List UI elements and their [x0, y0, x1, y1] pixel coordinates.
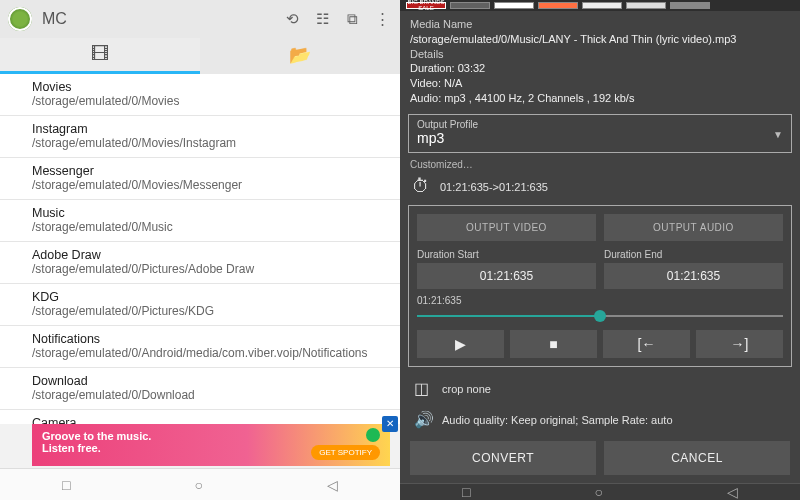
action-row: CONVERT CANCEL — [400, 435, 800, 483]
play-button[interactable]: ▶ — [417, 330, 504, 358]
ad-banner[interactable]: ✕ Groove to the music. Listen free. GET … — [32, 424, 390, 466]
convert-button[interactable]: CONVERT — [410, 441, 596, 475]
spotify-icon — [366, 428, 380, 442]
trim-icon[interactable]: ⏱ — [412, 176, 430, 197]
folder-row[interactable]: Movies/storage/emulated/0/Movies — [0, 74, 400, 116]
audio-quality-value: Audio quality: Keep original; Sample Rat… — [442, 414, 673, 426]
output-video-button[interactable]: OUTPUT VIDEO — [417, 214, 596, 241]
media-audio: Audio: mp3 , 44100 Hz, 2 Channels , 192 … — [410, 91, 790, 106]
duration-end-value[interactable]: 01:21:635 — [604, 263, 783, 289]
stop-button[interactable]: ■ — [510, 330, 597, 358]
folder-row[interactable]: KDG/storage/emulated/0/Pictures/KDG — [0, 284, 400, 326]
chevron-down-icon: ▼ — [773, 128, 783, 139]
folder-name: KDG — [32, 290, 386, 304]
folder-path: /storage/emulated/0/Pictures/KDG — [32, 304, 386, 319]
thumb[interactable] — [626, 2, 666, 9]
overflow-icon[interactable]: ⋮ — [372, 10, 392, 28]
duration-start-value[interactable]: 01:21:635 — [417, 263, 596, 289]
trim-controls: OUTPUT VIDEO OUTPUT AUDIO Duration Start… — [408, 205, 792, 367]
android-navbar-right: □ ○ ◁ — [400, 483, 800, 500]
folder-path: /storage/emulated/0/Music — [32, 220, 386, 235]
nav-home-icon[interactable]: ○ — [194, 477, 202, 493]
android-navbar-left: □ ○ ◁ — [0, 468, 400, 500]
folder-row[interactable]: Messenger/storage/emulated/0/Movies/Mess… — [0, 158, 400, 200]
list-icon[interactable]: ☷ — [312, 10, 332, 28]
sort-icon[interactable]: ⧉ — [342, 10, 362, 28]
ad-cta-button[interactable]: GET SPOTIFY — [311, 445, 380, 460]
trim-summary: ⏱ 01:21:635->01:21:635 — [400, 172, 800, 203]
nav-back-icon[interactable]: ◁ — [327, 477, 338, 493]
converter-pane: BIG BRANDS SALE Media Name /storage/emul… — [400, 0, 800, 500]
nav-back-icon[interactable]: ◁ — [727, 484, 738, 500]
ad-close-icon[interactable]: ✕ — [382, 416, 398, 432]
folder-name: Music — [32, 206, 386, 220]
time-label: 01:21:635 — [417, 295, 783, 306]
crop-icon: ◫ — [414, 379, 432, 398]
folder-path: /storage/emulated/0/Movies — [32, 94, 386, 109]
folder-name: Movies — [32, 80, 386, 94]
thumb[interactable] — [538, 2, 578, 9]
speaker-icon: 🔊 — [414, 410, 432, 429]
duration-end-label: Duration End — [604, 249, 783, 260]
ad-line1: Groove to the music. — [42, 430, 380, 442]
slider-knob[interactable] — [594, 310, 606, 322]
mark-in-button[interactable]: [← — [603, 330, 690, 358]
folder-path: /storage/emulated/0/Download — [32, 388, 386, 403]
crop-row[interactable]: ◫ crop none — [400, 373, 800, 404]
output-audio-button[interactable]: OUTPUT AUDIO — [604, 214, 783, 241]
folder-name: Notifications — [32, 332, 386, 346]
media-name-label: Media Name — [410, 17, 790, 32]
duration-start-label: Duration Start — [417, 249, 596, 260]
customized-label[interactable]: Customized… — [400, 157, 800, 172]
details-label: Details — [410, 47, 790, 62]
folder-name: Instagram — [32, 122, 386, 136]
thumb[interactable] — [582, 2, 622, 9]
media-meta: Media Name /storage/emulated/0/Music/LAN… — [400, 11, 800, 110]
app-title: MC — [42, 10, 272, 28]
folder-name: Adobe Draw — [32, 248, 386, 262]
output-profile-value: mp3 — [417, 130, 783, 146]
nav-home-icon[interactable]: ○ — [594, 484, 602, 500]
trim-slider[interactable] — [417, 308, 783, 324]
folder-list[interactable]: Movies/storage/emulated/0/MoviesInstagra… — [0, 74, 400, 424]
tab-folder[interactable]: 📂 — [200, 38, 400, 74]
nav-recent-icon[interactable]: □ — [62, 477, 70, 493]
audio-quality-row[interactable]: 🔊 Audio quality: Keep original; Sample R… — [400, 404, 800, 435]
folder-row[interactable]: Notifications/storage/emulated/0/Android… — [0, 326, 400, 368]
folder-name: Camera — [32, 416, 386, 424]
thumb-selected[interactable]: BIG BRANDS SALE — [406, 2, 446, 9]
folder-row[interactable]: Music/storage/emulated/0/Music — [0, 200, 400, 242]
refresh-icon[interactable]: ⟲ — [282, 10, 302, 28]
tabs: 🎞 📂 — [0, 38, 400, 74]
thumb[interactable] — [494, 2, 534, 9]
folder-name: Messenger — [32, 164, 386, 178]
mark-out-button[interactable]: →] — [696, 330, 783, 358]
cancel-button[interactable]: CANCEL — [604, 441, 790, 475]
media-duration: Duration: 03:32 — [410, 61, 790, 76]
output-profile-label: Output Profile — [417, 119, 783, 130]
folder-row[interactable]: Instagram/storage/emulated/0/Movies/Inst… — [0, 116, 400, 158]
media-video: Video: N/A — [410, 76, 790, 91]
folder-row[interactable]: Adobe Draw/storage/emulated/0/Pictures/A… — [0, 242, 400, 284]
tab-video[interactable]: 🎞 — [0, 38, 200, 74]
thumbnail-strip[interactable]: BIG BRANDS SALE — [400, 0, 800, 11]
trim-range: 01:21:635->01:21:635 — [440, 181, 548, 193]
media-path: /storage/emulated/0/Music/LANY - Thick A… — [410, 32, 790, 47]
folder-name: Download — [32, 374, 386, 388]
crop-value: crop none — [442, 383, 491, 395]
folder-row[interactable]: Download/storage/emulated/0/Download — [0, 368, 400, 410]
thumb[interactable] — [670, 2, 710, 9]
folder-path: /storage/emulated/0/Movies/Instagram — [32, 136, 386, 151]
folder-path: /storage/emulated/0/Android/media/com.vi… — [32, 346, 386, 361]
folder-path: /storage/emulated/0/Pictures/Adobe Draw — [32, 262, 386, 277]
nav-recent-icon[interactable]: □ — [462, 484, 470, 500]
output-profile-select[interactable]: Output Profile mp3 ▼ — [408, 114, 792, 153]
app-topbar: MC ⟲ ☷ ⧉ ⋮ — [0, 0, 400, 38]
app-icon — [8, 7, 32, 31]
folder-path: /storage/emulated/0/Movies/Messenger — [32, 178, 386, 193]
thumb[interactable] — [450, 2, 490, 9]
file-browser-pane: MC ⟲ ☷ ⧉ ⋮ 🎞 📂 Movies/storage/emulated/0… — [0, 0, 400, 500]
folder-row[interactable]: Camera/storage/emulated/0/DCIM/Camera — [0, 410, 400, 424]
